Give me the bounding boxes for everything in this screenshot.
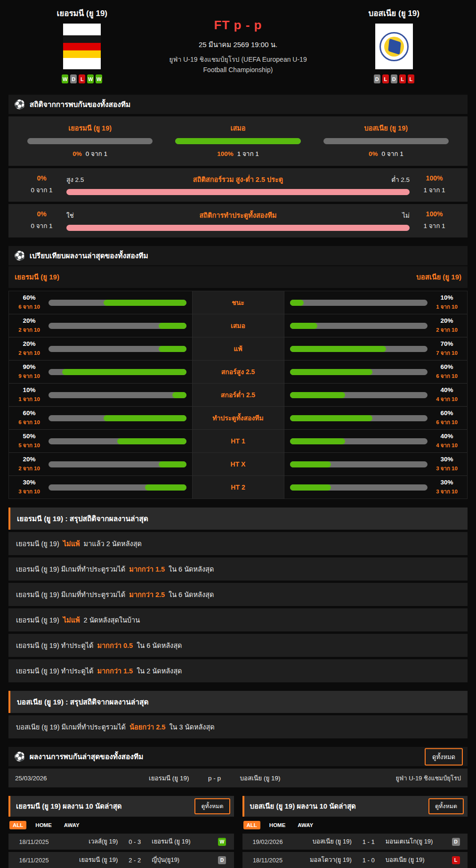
section-title: เปรียบเทียบผลงานล่าสุดของทั้งสองทีม [30,250,148,262]
home-stat-side: 30%3 จาก 10 [9,476,192,499]
away-stat-values: 30%3 จาก 10 [432,456,461,473]
result-badge: W [218,838,226,846]
summary-highlight: มากกว่า 0.5 [97,642,133,649]
football-icon: ⚽ [14,250,25,261]
away-stat-bar [290,461,428,467]
h2h-away-bar [323,138,449,144]
view-all-button[interactable]: ดูทั้งหมด [425,748,463,765]
match-score: 2 - 2 [122,857,147,864]
away-team: เยอรมนี (ยู 19) [147,838,215,846]
home-bar-fill [159,323,186,329]
btts-yes-label: ใช่ [66,210,199,221]
home-percent: 10% [15,386,44,393]
match-date: 18/11/2025 [247,857,289,864]
home-stat-side: 20%2 จาก 10 [9,453,192,475]
germany-flag-icon [63,24,101,69]
match-row[interactable]: 16/11/2025เยอรมนี (ยู 19)2 - 2ญี่ปุ่น(ยู… [8,852,234,868]
away-count: 3 จาก 10 [432,487,461,496]
tab-away[interactable]: AWAY [294,821,316,829]
section-title: สถิติจากการพบกันของทั้งสองทีม [30,98,131,110]
tab-all[interactable]: ALL [243,821,260,829]
summary-highlight: มากกว่า 2.5 [129,591,165,598]
home-stat-side: 90%9 จาก 10 [9,360,192,383]
h2h-btts-card: 0% 0 จาก 1 ใช่ สถิติการทำประตูทั้งสองทีม… [8,204,468,237]
home-stat-side: 60%6 จาก 10 [9,291,192,314]
away-stat-bar [290,415,428,421]
home-stat-values: 90%9 จาก 10 [15,363,44,380]
home-stat-bar [48,484,186,491]
result-badge-wrap: L [449,856,463,864]
home-bar-fill [159,346,186,352]
view-all-button[interactable]: ดูทั้งหมด [428,798,464,814]
section-comparison: ⚽ เปรียบเทียบผลงานล่าสุดของทั้งสองทีม เย… [8,246,468,499]
match-row[interactable]: 18/11/2025เวลส์(ยู 19)0 - 3เยอรมนี (ยู 1… [8,834,234,850]
section-header: ⚽ สถิติจากการพบกันของทั้งสองทีม [8,95,468,114]
h2h-home-cell: เยอรมนี (ยู 19) 0%0 จาก 1 [27,123,153,159]
over-label: สูง 2.5 [66,174,193,185]
home-team: เวลส์(ยู 19) [55,838,122,846]
away-team-block: บอสเนีย (ยู 19) DLDLL [339,7,449,83]
comparison-row: 50%5 จาก 10HT 140%4 จาก 10 [9,430,467,453]
tab-all[interactable]: ALL [9,821,26,829]
home-last10-header: เยอรมนี (ยู 19) ผลงาน 10 นัดล่าสุด ดูทั้… [8,796,234,817]
away-count: 1 จาก 10 [432,303,461,311]
away-stat-values: 40%4 จาก 10 [432,386,461,403]
tab-away[interactable]: AWAY [61,821,83,829]
football-icon: ⚽ [14,99,25,110]
away-percent: 20% [432,317,461,324]
tab-home[interactable]: HOME [266,821,289,829]
away-match-rows: 19/02/2026บอสเนีย (ยู 19)1 - 1มอนเตเนโก(… [242,834,468,868]
section-home-summary: เยอรมนี (ยู 19) : สรุปสถิติจากผลงานล่าสุ… [8,508,468,682]
away-stat-bar [290,323,428,329]
h2h-home-bar [27,138,153,144]
tab-home[interactable]: HOME [32,821,55,829]
summary-rows: บอสเนีย (ยู 19) มีเกมที่ทำประตูรวมได้ น้… [8,715,468,738]
comparison-stat-label: สกอร์ต่ำ 2.5 [192,384,284,406]
comparison-stat-label: HT 2 [192,476,284,499]
match-score: 0 - 3 [122,838,147,845]
away-team: บอสเนีย (ยู 19) [234,773,344,783]
result-badge: L [452,856,460,864]
away-last10-header: บอสเนีย (ยู 19) ผลงาน 10 นัดล่าสุด ดูทั้… [242,796,468,817]
home-team: บอสเนีย (ยู 19) [289,838,356,846]
away-bar-fill [290,461,331,467]
form-result-badge: L [382,74,389,83]
match-date: 18/11/2025 [13,838,55,845]
btts-left-stat: 0% 0 จาก 1 [17,210,66,231]
away-team: มอนเตเนโก(ยู 19) [381,838,449,846]
result-badge-wrap: W [215,838,229,846]
match-row[interactable]: 19/02/2026บอสเนีย (ยู 19)1 - 1มอนเตเนโก(… [242,834,468,850]
home-count: 6 จาก 10 [15,303,44,311]
comparison-stat-label: สกอร์สูง 2.5 [192,360,284,383]
match-header: เยอรมนี (ยู 19) WDLWW FT p - p 25 มีนาคม… [8,0,468,86]
comparison-row: 30%3 จาก 10HT 230%3 จาก 10 [9,476,467,499]
view-all-button[interactable]: ดูทั้งหมด [194,798,230,814]
comparison-row: 20%2 จาก 10แพ้70%7 จาก 10 [9,337,467,360]
away-form-badges: DLDLL [374,74,414,83]
summary-row: เยอรมนี (ยู 19) ไม่แพ้ 2 นัดหลังสุดในบ้า… [8,608,468,631]
comparison-stat-label: ทำประตูทั้งสองทีม [192,407,284,429]
match-row[interactable]: 18/11/2025มอลโดวา(ยู 19)1 - 0บอสเนีย (ยู… [242,852,468,868]
match-info: FT p - p 25 มีนาคม 2569 19:00 น. ยูฟ่า U… [137,7,339,83]
home-count: 1 จาก 10 [15,395,44,403]
away-count: 2 จาก 10 [432,326,461,334]
home-team-name: เยอรมนี (ยู 19) [56,7,107,19]
away-stat-values: 10%1 จาก 10 [432,294,461,311]
home-team: เยอรมนี (ยู 19) [55,856,122,864]
away-stat-side: 30%3 จาก 10 [284,476,468,499]
btts-title: สถิติการทำประตูทั้งสองทีม [199,210,276,221]
away-stat-values: 60%6 จาก 10 [432,409,461,426]
home-stat-values: 20%2 จาก 10 [15,317,44,334]
home-percent: 60% [15,409,44,417]
away-bar-fill [290,323,318,329]
away-stat-side: 10%1 จาก 10 [284,291,468,314]
ou-title: สถิติสกอร์รวม สูง-ต่ำ 2.5 ประตู [193,174,283,185]
summary-highlight: มากกว่า 1.5 [97,667,133,675]
home-stat-bar [48,392,186,398]
home-count: 2 จาก 10 [15,349,44,357]
home-stat-values: 20%2 จาก 10 [15,456,44,473]
home-stat-values: 10%1 จาก 10 [15,386,44,403]
away-count: 6 จาก 10 [432,372,461,380]
away-bar-fill [290,415,373,421]
h2h-match-row[interactable]: 25/03/2026 เยอรมนี (ยู 19) p - p บอสเนีย… [8,769,468,787]
